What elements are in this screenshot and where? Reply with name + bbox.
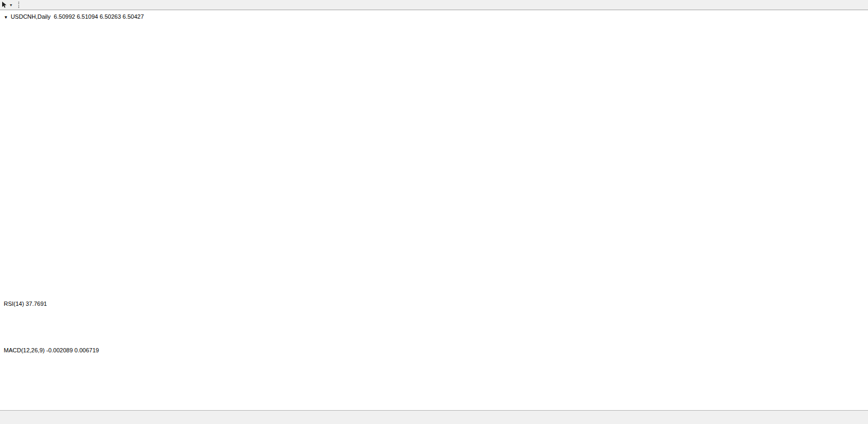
toolbar: ▼ — [0, 0, 868, 10]
rsi-indicator-label: RSI(14) 37.7691 — [4, 300, 47, 307]
chart-title-caret-icon: ▼ — [4, 15, 8, 20]
cursor-tool-icon[interactable] — [1, 1, 9, 9]
symbol-tabbar — [0, 410, 868, 424]
toolbar-grip[interactable] — [18, 2, 21, 8]
chart-title: ▼USDCNH,Daily 6.50992 6.51094 6.50263 6.… — [4, 13, 144, 20]
chart-title-ohlc: 6.50992 6.51094 6.50263 6.50427 — [54, 13, 144, 20]
macd-indicator-label: MACD(12,26,9) -0.002089 0.006719 — [4, 347, 99, 353]
toolbar-dropdown-caret-icon[interactable]: ▼ — [9, 3, 13, 7]
chart-plot[interactable] — [0, 0, 868, 410]
chart-title-symbol: USDCNH,Daily — [11, 13, 51, 20]
